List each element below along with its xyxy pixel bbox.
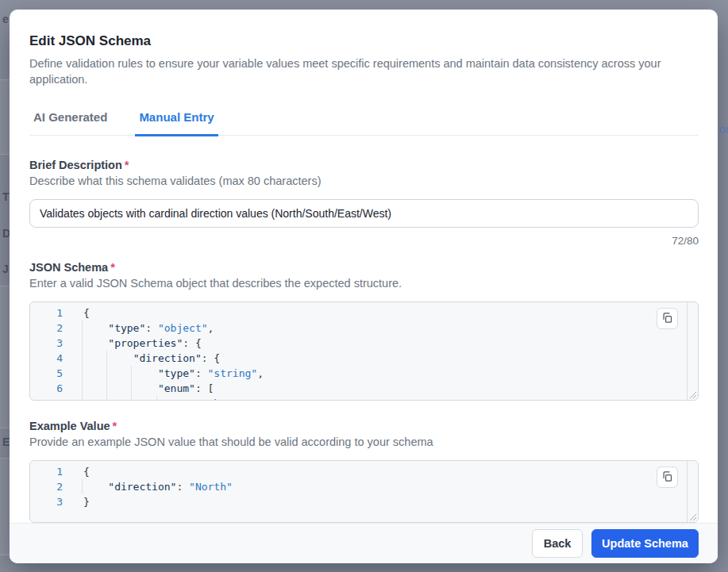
line-number: 2 [30, 321, 63, 336]
line-number: 3 [30, 336, 63, 351]
background-text-fragment: T [2, 190, 10, 203]
indent-guide [106, 396, 107, 401]
required-asterisk: * [125, 159, 129, 171]
example-value-label: Example Value* [29, 418, 699, 434]
background-text-fragment: J [2, 263, 9, 275]
dialog-footer: Back Update Schema [10, 523, 718, 563]
tab-ai-generated[interactable]: AI Generated [29, 109, 111, 135]
dialog-title: Edit JSON Schema [29, 32, 699, 51]
line-number: 1 [30, 305, 63, 321]
edit-json-schema-dialog: Edit JSON Schema Define validation rules… [10, 10, 718, 563]
line-number: 7 [30, 396, 63, 401]
code-text: "type": "string", [63, 366, 698, 381]
character-counter: 72/80 [29, 234, 699, 248]
line-number: 2 [30, 479, 63, 494]
brief-description-label: Brief Description* [29, 157, 699, 173]
indent-guide [131, 381, 132, 396]
code-line: 5 "type": "string", [30, 366, 698, 381]
code-line: 3 "properties": { [30, 336, 698, 351]
indent-guide [82, 396, 83, 401]
update-schema-button[interactable]: Update Schema [591, 529, 699, 558]
code-lines: 1{2 "type": "object",3 "properties": {4 … [30, 302, 698, 401]
background-link-fragment: or [719, 123, 728, 136]
code-line: 7 "North", [30, 396, 698, 401]
code-text: { [63, 305, 698, 321]
indent-guide [82, 336, 83, 351]
code-line: 1{ [30, 464, 698, 479]
code-line: 4 "direction": { [30, 351, 698, 366]
scrollbar-gutter [687, 302, 688, 400]
code-line: 2 "type": "object", [30, 321, 698, 336]
scrollbar-gutter [687, 461, 688, 522]
code-text: "North", [63, 396, 698, 401]
tab-manual-entry[interactable]: Manual Entry [135, 109, 218, 136]
indent-guide [82, 381, 83, 396]
indent-guide [82, 351, 83, 366]
indent-guide [106, 351, 107, 366]
indent-guide [156, 396, 157, 401]
code-text: } [63, 494, 698, 509]
indent-guide [106, 366, 107, 381]
code-text: "enum": [ [63, 381, 698, 396]
example-value-helper: Provide an example JSON value that shoul… [29, 434, 699, 450]
background-text-fragment: E [2, 436, 10, 448]
background-text-fragment: e [2, 13, 9, 25]
brief-description-input[interactable] [29, 199, 699, 228]
brief-description-helper: Describe what this schema validates (max… [29, 173, 699, 189]
line-number: 6 [30, 381, 63, 396]
label-text: Example Value [29, 420, 110, 432]
dialog-body: Edit JSON Schema Define validation rules… [10, 10, 718, 523]
json-schema-label: JSON Schema* [29, 259, 699, 275]
code-text: "direction": "North" [63, 479, 698, 494]
code-text: "properties": { [63, 336, 698, 351]
indent-guide [131, 396, 132, 401]
example-value-code-editor[interactable]: 1{2 "direction": "North"3} [29, 460, 699, 523]
label-text: Brief Description [29, 159, 122, 171]
code-text: "direction": { [63, 351, 698, 366]
tab-bar: AI Generated Manual Entry [29, 109, 699, 136]
copy-button[interactable] [657, 308, 678, 329]
required-asterisk: * [113, 420, 117, 432]
line-number: 3 [30, 494, 63, 509]
indent-guide [82, 366, 83, 381]
indent-guide [131, 366, 132, 381]
code-lines: 1{2 "direction": "North"3} [30, 461, 698, 509]
json-schema-helper: Enter a valid JSON Schema object that de… [29, 275, 699, 291]
code-line: 3} [30, 494, 698, 509]
back-button[interactable]: Back [532, 529, 583, 558]
required-asterisk: * [110, 261, 115, 274]
indent-guide [82, 479, 83, 494]
code-text: "type": "object", [63, 321, 698, 336]
line-number: 4 [30, 351, 63, 366]
code-line: 6 "enum": [ [30, 381, 698, 396]
copy-button[interactable] [657, 466, 678, 488]
code-line: 2 "direction": "North" [30, 479, 698, 494]
json-schema-field: JSON Schema* Enter a valid JSON Schema o… [29, 259, 699, 401]
copy-icon [661, 470, 673, 485]
dialog-subtitle: Define validation rules to ensure your v… [29, 56, 699, 87]
line-number: 1 [30, 464, 63, 479]
example-value-field: Example Value* Provide an example JSON v… [29, 418, 699, 523]
code-text: { [63, 464, 698, 479]
copy-icon [661, 312, 673, 326]
indent-guide [82, 321, 83, 336]
brief-description-field: Brief Description* Describe what this sc… [29, 157, 699, 248]
line-number: 5 [30, 366, 63, 381]
json-schema-code-editor[interactable]: 1{2 "type": "object",3 "properties": {4 … [29, 301, 699, 401]
indent-guide [106, 381, 107, 396]
resize-handle[interactable] [688, 512, 696, 520]
label-text: JSON Schema [29, 261, 108, 274]
code-line: 1{ [30, 305, 698, 321]
